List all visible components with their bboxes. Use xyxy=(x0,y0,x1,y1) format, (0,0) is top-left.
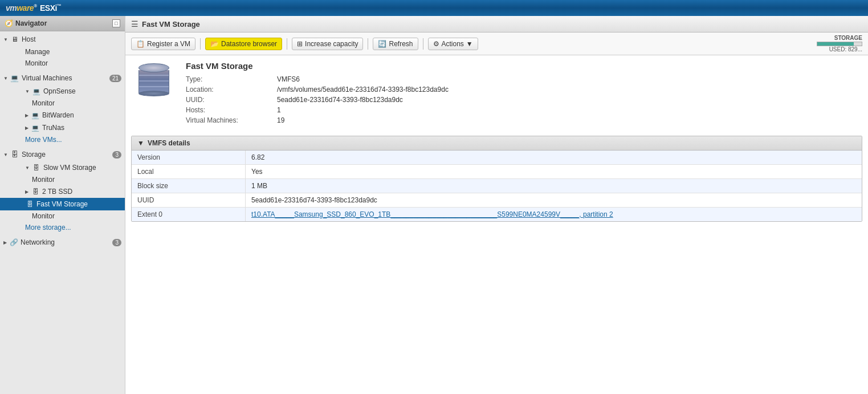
datastore-info-table: Fast VM Storage Type: VMFS6 Location: /v… xyxy=(186,61,862,127)
actions-button[interactable]: ⚙ Actions ▼ xyxy=(428,38,478,50)
uuid-label: UUID: xyxy=(186,96,277,104)
toolbar-separator-1 xyxy=(200,38,201,50)
sidebar-item-bitwarden[interactable]: ▶ 💻 BitWarden xyxy=(0,109,125,121)
refresh-icon: 🔄 xyxy=(378,40,386,48)
trunas-label: TruNas xyxy=(42,124,64,132)
slow-storage-label: Slow VM Storage xyxy=(43,164,96,172)
vmfs-header[interactable]: ▼ VMFS details xyxy=(132,136,862,151)
location-label: Location: xyxy=(186,86,277,94)
sidebar-item-networking[interactable]: ▶ 🔗 Networking 3 xyxy=(0,235,125,249)
storage-triangle-icon: ▼ xyxy=(3,152,8,157)
manage-label: Manage xyxy=(25,48,50,56)
sidebar-item-host-monitor[interactable]: Monitor xyxy=(0,58,125,69)
datastore-icon-container xyxy=(131,61,177,103)
vm-label: Virtual Machines xyxy=(22,74,72,82)
more-vms-link[interactable]: More VMs... xyxy=(0,134,125,145)
main-content: ☰ Fast VM Storage 📋 Register a VM 📂 Data… xyxy=(125,16,868,394)
host-icon: 🖥 xyxy=(10,35,19,44)
fast-monitor-label: Monitor xyxy=(32,212,55,220)
uuid-row: UUID: 5eadd61e-23316d74-3393-f8bc123da9d… xyxy=(186,96,862,104)
toolbar-separator-4 xyxy=(423,38,423,50)
vm-group-icon: 💻 xyxy=(10,74,19,83)
increase-capacity-icon: ⊞ xyxy=(297,40,303,48)
increase-capacity-button[interactable]: ⊞ Increase capacity xyxy=(292,38,363,50)
storage-section: ▼ 🗄 Storage 3 ▼ 🗄 Slow VM Storage Monito… xyxy=(0,147,125,234)
hosts-value: 1 xyxy=(277,106,281,114)
sidebar-item-slow-storage-monitor[interactable]: Monitor xyxy=(0,174,125,185)
vmfs-key: Version xyxy=(132,151,246,164)
register-vm-label: Register a VM xyxy=(147,40,190,48)
page-header: ☰ Fast VM Storage xyxy=(125,16,868,33)
sidebar-item-host-manage[interactable]: Manage xyxy=(0,46,125,58)
vmfs-key: Local xyxy=(132,165,246,178)
networking-badge: 3 xyxy=(112,239,121,246)
datastore-browser-button[interactable]: 📂 Datastore browser xyxy=(205,38,282,50)
refresh-button[interactable]: 🔄 Refresh xyxy=(373,38,418,50)
storage-bar-container xyxy=(817,42,862,46)
vm-triangle-icon: ▼ xyxy=(3,76,8,81)
sidebar: 🧭 Navigator □ ▼ 🖥 Host Manage Monitor ▼ xyxy=(0,16,125,394)
ssd-icon: 🗄 xyxy=(31,187,40,196)
storage-label: Storage xyxy=(22,151,46,159)
datastore-cylinder-icon xyxy=(137,63,171,103)
hosts-label: Hosts: xyxy=(186,106,277,114)
register-vm-button[interactable]: 📋 Register a VM xyxy=(131,38,195,50)
increase-capacity-label: Increase capacity xyxy=(305,40,358,48)
type-row: Type: VMFS6 xyxy=(186,75,862,83)
datastore-browser-icon: 📂 xyxy=(210,40,219,48)
fast-storage-label: Fast VM Storage xyxy=(36,200,88,208)
register-vm-icon: 📋 xyxy=(136,40,145,48)
sidebar-item-opnsense-monitor[interactable]: Monitor xyxy=(0,98,125,109)
actions-icon: ⚙ xyxy=(433,40,439,48)
vmfs-value[interactable]: t10.ATA_____Samsung_SSD_860_EVO_1TB_____… xyxy=(246,208,862,221)
sidebar-header: 🧭 Navigator □ xyxy=(0,16,125,31)
vmfs-section: ▼ VMFS details Version6.82LocalYesBlock … xyxy=(131,136,862,222)
host-label: Host xyxy=(22,35,36,43)
sidebar-item-virtual-machines[interactable]: ▼ 💻 Virtual Machines 21 xyxy=(0,71,125,85)
trunas-triangle-icon: ▶ xyxy=(25,125,28,131)
sidebar-item-host[interactable]: ▼ 🖥 Host xyxy=(0,33,125,46)
trunas-vm-icon: 💻 xyxy=(31,123,40,132)
content-area: Fast VM Storage Type: VMFS6 Location: /v… xyxy=(125,55,868,394)
more-storage-link[interactable]: More storage... xyxy=(0,222,125,233)
storage-usage: STORAGE USED: 829... xyxy=(817,35,862,52)
uuid-value: 5eadd61e-23316d74-3393-f8bc123da9dc xyxy=(277,96,403,104)
location-value: /vmfs/volumes/5eadd61e-23316d74-3393-f8b… xyxy=(277,86,449,94)
vmfs-value: 1 MB xyxy=(246,179,862,193)
networking-triangle-icon: ▶ xyxy=(3,240,7,245)
sidebar-item-opnsense[interactable]: ▼ 💻 OpnSense xyxy=(0,85,125,98)
storage-group-icon: 🗄 xyxy=(10,150,19,159)
toolbar: 📋 Register a VM 📂 Datastore browser ⊞ In… xyxy=(125,33,868,55)
sidebar-item-slow-vm-storage[interactable]: ▼ 🗄 Slow VM Storage xyxy=(0,161,125,174)
host-triangle-icon: ▼ xyxy=(3,37,8,42)
vmfs-row: Extent 0t10.ATA_____Samsung_SSD_860_EVO_… xyxy=(132,208,862,221)
networking-label: Networking xyxy=(21,238,55,246)
sidebar-item-fast-storage-monitor[interactable]: Monitor xyxy=(0,210,125,222)
storage-usage-label: STORAGE xyxy=(834,35,862,41)
vmfs-row: Version6.82 xyxy=(132,151,862,165)
bitwarden-vm-icon: 💻 xyxy=(31,111,40,120)
sidebar-item-trunas[interactable]: ▶ 💻 TruNas xyxy=(0,121,125,134)
info-section: Fast VM Storage Type: VMFS6 Location: /v… xyxy=(131,61,862,127)
sidebar-item-2tb-ssd[interactable]: ▶ 🗄 2 TB SSD xyxy=(0,185,125,198)
bitwarden-label: BitWarden xyxy=(42,111,74,119)
bitwarden-triangle-icon: ▶ xyxy=(25,113,28,118)
sidebar-collapse-button[interactable]: □ xyxy=(112,19,120,27)
vmfs-collapse-icon: ▼ xyxy=(137,139,144,147)
datastore-browser-label: Datastore browser xyxy=(221,40,277,48)
storage-bar-fill xyxy=(817,42,854,46)
sidebar-item-fast-vm-storage[interactable]: 🗄 Fast VM Storage xyxy=(0,198,125,210)
networking-section: ▶ 🔗 Networking 3 xyxy=(0,234,125,250)
actions-label: Actions xyxy=(442,40,464,48)
vmfs-rows-container: Version6.82LocalYesBlock size1 MBUUID5ea… xyxy=(132,151,862,221)
opnsense-vm-icon: 💻 xyxy=(32,87,41,96)
refresh-label: Refresh xyxy=(389,40,413,48)
actions-chevron-icon: ▼ xyxy=(466,40,473,48)
navigator-icon: 🧭 xyxy=(5,19,13,27)
storage-badge: 3 xyxy=(112,151,121,159)
vmfs-header-title: VMFS details xyxy=(148,139,190,147)
hosts-row: Hosts: 1 xyxy=(186,106,862,114)
sidebar-item-storage[interactable]: ▼ 🗄 Storage 3 xyxy=(0,148,125,161)
host-section: ▼ 🖥 Host Manage Monitor xyxy=(0,31,125,70)
vm-badge: 21 xyxy=(109,75,121,82)
